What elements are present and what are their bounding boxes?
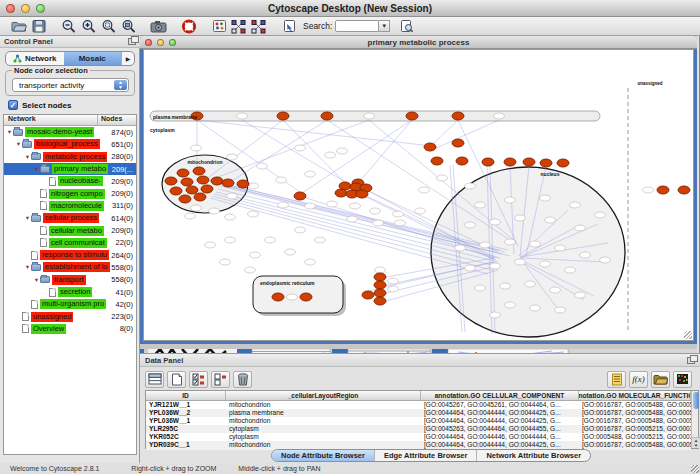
node-color-dropdown[interactable]: transporter activity ▲▼ <box>12 78 129 92</box>
graph-node-plain[interactable] <box>505 302 516 308</box>
tab-network-attribute-browser[interactable]: Network Attribute Browser <box>477 450 590 461</box>
graph-node-transporter[interactable] <box>374 273 386 281</box>
open-icon[interactable] <box>9 18 29 34</box>
tree-header-nodes[interactable]: Nodes <box>98 115 136 125</box>
graph-node-transporter[interactable] <box>170 187 182 195</box>
graph-node-transporter[interactable] <box>272 293 284 301</box>
tree-row[interactable]: ▼metabolic process280(0) <box>4 151 136 163</box>
graph-node-transporter[interactable] <box>197 176 209 184</box>
graph-node-plain[interactable] <box>373 220 384 226</box>
tab-edge-attribute-browser[interactable]: Edge Attribute Browser <box>375 450 477 461</box>
graph-node-plain[interactable] <box>565 267 576 273</box>
tree-row[interactable]: cell communicat22(0) <box>4 237 136 249</box>
annotation-note-icon[interactable] <box>607 371 626 388</box>
tree-row[interactable]: ▼mosaic-demo-yeast874(0) <box>4 126 136 138</box>
graph-node-transporter[interactable] <box>181 178 193 186</box>
graph-node-plain[interactable] <box>325 152 336 158</box>
zoom-out-icon[interactable] <box>59 18 79 34</box>
tab-network[interactable]: Network <box>6 52 64 65</box>
column-cellular-layout-region[interactable]: _cellularLayoutRegion <box>226 391 421 400</box>
search-input[interactable] <box>335 20 379 32</box>
expand-triangle-icon[interactable]: ▼ <box>24 215 31 221</box>
graph-node-plain[interactable] <box>415 208 426 214</box>
graph-node-plain[interactable] <box>595 212 606 218</box>
graph-node-plain[interactable] <box>515 215 526 221</box>
network-window-titlebar[interactable]: primary metabolic process <box>140 36 697 49</box>
tree-row[interactable]: ▼primary metabo209(... <box>4 163 136 175</box>
graph-node-plain[interactable] <box>285 249 296 255</box>
expand-triangle-icon[interactable]: ▼ <box>6 129 13 135</box>
graph-node-plain[interactable] <box>295 227 306 233</box>
graph-node-plain[interactable] <box>364 113 375 119</box>
graph-node-plain[interactable] <box>500 283 511 289</box>
select-attributes-icon[interactable] <box>189 371 208 388</box>
tree-row[interactable]: unassigned223(0) <box>4 310 136 322</box>
table-row[interactable]: YJR121W__1mitochondrion[GO:0045267, GO:0… <box>146 401 691 409</box>
annotation-icon[interactable] <box>209 18 229 34</box>
table-row[interactable]: YLR295Ccytoplasm[GO:0045263, GO:0044464,… <box>146 425 691 433</box>
graph-node-plain[interactable] <box>540 195 551 201</box>
graph-node-transporter[interactable] <box>406 112 418 120</box>
layout-b-icon[interactable] <box>249 18 269 34</box>
graph-node-plain[interactable] <box>525 281 536 287</box>
graph-node-plain[interactable] <box>265 237 276 243</box>
function-builder-icon[interactable]: f(x) <box>629 371 648 388</box>
delete-attribute-icon[interactable] <box>233 371 252 388</box>
graph-node-plain[interactable] <box>388 286 399 292</box>
zoom-fit-icon[interactable] <box>119 18 139 34</box>
tab-mosaic[interactable]: Mosaic <box>64 52 122 65</box>
scrollbar-arrows[interactable]: ▲▼ <box>692 437 700 448</box>
table-row[interactable]: YPL036W__1mitochondrion[GO:0044464, GO:0… <box>146 417 691 425</box>
graph-node-transporter[interactable] <box>540 159 552 167</box>
graph-node-plain[interactable] <box>276 177 287 183</box>
snapshot-icon[interactable] <box>149 18 169 34</box>
graph-node-plain[interactable] <box>305 171 316 177</box>
network-resize-grip[interactable] <box>684 331 692 339</box>
graph-node-transporter[interactable] <box>504 158 516 166</box>
graph-node-plain[interactable] <box>227 193 238 199</box>
table-row[interactable]: YKR052Ccytoplasm[GO:0044464, GO:0044446,… <box>146 433 691 441</box>
column-go-cellular-component[interactable]: annotation.GO CELLULAR_COMPONENT <box>421 391 579 400</box>
graph-node-plain[interactable] <box>350 203 361 209</box>
graph-node-transporter[interactable] <box>424 143 436 151</box>
graph-node-plain[interactable] <box>257 163 268 169</box>
graph-node-plain[interactable] <box>248 211 259 217</box>
graph-node-transporter[interactable] <box>177 169 189 177</box>
expand-triangle-icon[interactable]: ▼ <box>24 264 31 270</box>
graph-node-plain[interactable] <box>205 242 216 248</box>
table-scrollbar[interactable]: ▲▼ <box>691 391 698 448</box>
graph-node-plain[interactable] <box>347 216 358 222</box>
graph-node-plain[interactable] <box>370 208 381 214</box>
graph-node-plain[interactable] <box>315 237 326 243</box>
graph-node-transporter[interactable] <box>523 158 535 166</box>
expand-triangle-icon[interactable]: ▼ <box>24 154 31 160</box>
graph-node-plain[interactable] <box>305 259 316 265</box>
graph-node-plain[interactable] <box>505 197 516 203</box>
select-nodes-checkbox[interactable]: ✓ <box>8 100 18 110</box>
graph-node-transporter[interactable] <box>557 159 569 167</box>
graph-node-transporter[interactable] <box>201 185 213 193</box>
graph-node-plain[interactable] <box>550 287 561 293</box>
tree-row[interactable]: ▼cellular process614(0) <box>4 212 136 224</box>
tab-overflow-arrow[interactable]: ▶ <box>121 52 134 65</box>
graph-node-transporter[interactable] <box>237 180 249 188</box>
graph-node-plain[interactable] <box>515 259 526 265</box>
graph-node-transporter[interactable] <box>374 297 386 305</box>
graph-node-transporter[interactable] <box>374 289 386 297</box>
unselect-attributes-icon[interactable] <box>211 371 230 388</box>
tree-row[interactable]: nucleobase-209(0) <box>4 175 136 187</box>
scrollbar-thumb[interactable] <box>693 392 699 409</box>
graph-node-plain[interactable] <box>209 208 220 214</box>
graph-node-transporter[interactable] <box>193 167 205 175</box>
graph-node-transporter[interactable] <box>456 157 468 165</box>
graph-node-plain[interactable] <box>465 222 476 228</box>
graph-node-plain[interactable] <box>455 245 466 251</box>
graph-node-transporter[interactable] <box>374 281 386 289</box>
tree-row[interactable]: nitrogen compo209(0) <box>4 187 136 199</box>
attribute-table-icon[interactable] <box>145 371 164 388</box>
graph-node-plain[interactable] <box>530 241 541 247</box>
data-panel-float-icon[interactable] <box>687 357 695 364</box>
graph-node-plain[interactable] <box>465 265 476 271</box>
graph-node-transporter[interactable] <box>362 291 374 299</box>
table-row[interactable]: YPL036W__2plasma membrane[GO:0044464, GO… <box>146 409 691 417</box>
